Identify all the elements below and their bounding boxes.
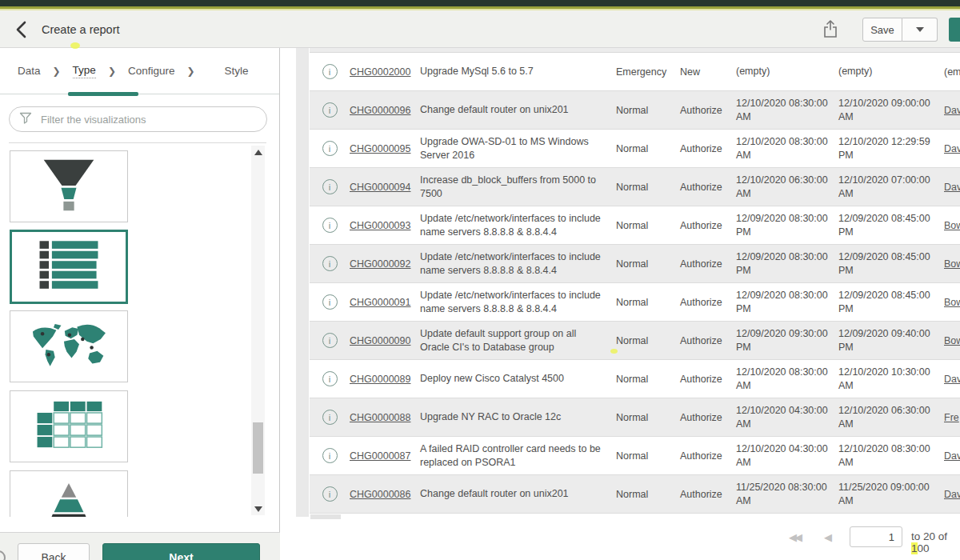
state-cell: Authorize xyxy=(680,374,736,385)
table-row: CHG0000095 Upgrade OWA-SD-01 to MS Windo… xyxy=(310,130,960,168)
priority-cell: Normal xyxy=(616,489,680,500)
assigned-to-link[interactable]: Bow xyxy=(944,335,960,346)
viz-thumb-map[interactable] xyxy=(10,310,128,382)
change-number-link[interactable]: CHG0000096 xyxy=(350,105,410,116)
planned-end-cell: 12/09/2020 08:45:00 PM xyxy=(838,212,944,238)
state-cell: Authorize xyxy=(680,143,736,154)
planned-end-cell: 11/25/2020 09:00:00 AM xyxy=(838,481,944,507)
viz-thumb-list[interactable] xyxy=(10,230,128,304)
priority-cell: Normal xyxy=(616,374,680,385)
tab-style[interactable]: Style xyxy=(225,65,249,77)
scroll-up-arrow-icon[interactable] xyxy=(251,146,265,158)
state-cell: Authorize xyxy=(680,335,736,346)
info-icon[interactable] xyxy=(322,486,338,502)
planned-start-cell: 12/09/2020 08:30:00 PM xyxy=(736,289,838,315)
change-number-link[interactable]: CHG0000090 xyxy=(350,335,410,346)
info-icon[interactable] xyxy=(322,256,338,271)
short-description-cell: Upgrade MySql 5.6 to 5.7 xyxy=(420,65,616,78)
planned-start-cell: 12/09/2020 08:30:00 PM xyxy=(736,212,838,238)
info-icon[interactable] xyxy=(322,448,338,463)
share-export-icon xyxy=(822,28,838,42)
change-number-link[interactable]: CHG0002000 xyxy=(350,66,410,78)
info-icon[interactable] xyxy=(322,218,338,233)
table-row: CHG0000089 Deploy new Cisco Catalyst 450… xyxy=(310,360,960,398)
state-cell: Authorize xyxy=(680,105,736,116)
priority-cell: Normal xyxy=(616,182,680,193)
info-icon[interactable] xyxy=(322,102,338,118)
state-cell: Authorize xyxy=(680,220,736,231)
info-icon[interactable] xyxy=(322,333,338,348)
breadcrumb: Data Type Configure Style xyxy=(0,48,279,94)
clipped-accent-button[interactable] xyxy=(949,18,960,42)
scrollbar-thumb[interactable] xyxy=(253,422,263,474)
assigned-to-link[interactable]: Dav xyxy=(944,374,960,385)
back-button[interactable] xyxy=(14,21,35,42)
table-row: CHG0000096 Change default router on unix… xyxy=(310,91,960,130)
assigned-to-link[interactable]: Dav xyxy=(944,450,960,462)
change-number-link[interactable]: CHG0000095 xyxy=(350,143,410,154)
previous-page-button[interactable] xyxy=(824,531,832,543)
range-prefix: to 20 of xyxy=(911,530,947,542)
planned-start-cell: 12/10/2020 08:30:00 AM xyxy=(736,366,838,392)
viz-thumb-heatmap[interactable] xyxy=(10,390,128,462)
scroll-down-arrow-icon[interactable] xyxy=(251,502,265,515)
info-icon[interactable] xyxy=(322,371,338,386)
planned-end-cell: 12/10/2020 09:00:00 AM xyxy=(838,97,944,123)
share-button[interactable] xyxy=(822,19,842,40)
next-step-button[interactable]: Next xyxy=(102,543,260,560)
viz-list-scrollbar[interactable] xyxy=(251,146,265,515)
assigned-to-link[interactable]: Dav xyxy=(944,105,960,116)
change-number-link[interactable]: CHG0000091 xyxy=(350,297,410,308)
priority-cell: Normal xyxy=(616,105,680,116)
info-icon[interactable] xyxy=(322,64,338,79)
table-row: CHG0000086 Change default router on unix… xyxy=(310,475,960,514)
priority-cell: Normal xyxy=(616,297,680,308)
header-bar: Create a report Save xyxy=(0,10,960,48)
save-button[interactable]: Save xyxy=(862,18,902,42)
planned-end-cell: (empty) xyxy=(838,65,944,78)
visualization-filter xyxy=(9,106,267,132)
short-description-cell: Update /etc/network/interfaces to includ… xyxy=(420,212,616,238)
tab-data[interactable]: Data xyxy=(18,65,41,77)
short-description-cell: Increase db_block_buffers from 5000 to 7… xyxy=(420,174,616,200)
table-row: CHG0000093 Update /etc/network/interface… xyxy=(310,206,960,245)
page-number-input[interactable] xyxy=(850,526,902,547)
assigned-to-link[interactable]: Bow xyxy=(944,258,960,270)
table-row: CHG0000094 Increase db_block_buffers fro… xyxy=(310,168,960,206)
change-number-link[interactable]: CHG0000088 xyxy=(350,412,410,423)
info-icon[interactable] xyxy=(322,294,338,310)
viz-thumb-pyramid[interactable] xyxy=(10,470,128,517)
assigned-to-link[interactable]: Fre xyxy=(944,412,959,423)
tab-type[interactable]: Type xyxy=(73,64,96,78)
tab-configure[interactable]: Configure xyxy=(128,65,175,77)
assigned-to-link[interactable]: Bow xyxy=(944,220,960,231)
priority-cell: Normal xyxy=(616,258,680,270)
viz-thumb-funnel[interactable] xyxy=(10,150,128,222)
first-page-button[interactable] xyxy=(789,531,800,543)
change-number-link[interactable]: CHG0000086 xyxy=(350,489,410,500)
funnel-filter-icon xyxy=(19,111,32,127)
info-icon[interactable] xyxy=(322,141,338,156)
change-number-link[interactable]: CHG0000092 xyxy=(350,258,410,270)
assigned-to-link[interactable]: Bow xyxy=(944,297,960,308)
funnel-chart-icon xyxy=(30,155,107,218)
list-chart-icon xyxy=(30,239,107,295)
active-tab-indicator xyxy=(68,92,138,96)
state-cell: New xyxy=(680,66,736,78)
back-step-button[interactable]: Back xyxy=(18,543,90,560)
change-number-link[interactable]: CHG0000089 xyxy=(350,374,410,385)
info-icon[interactable] xyxy=(322,410,338,425)
change-number-link[interactable]: CHG0000094 xyxy=(350,182,410,193)
world-map-icon xyxy=(27,320,110,373)
info-icon[interactable] xyxy=(322,179,338,194)
chevron-left-icon xyxy=(14,27,27,41)
save-dropdown-button[interactable] xyxy=(902,18,938,42)
planned-end-cell: 12/09/2020 08:45:00 PM xyxy=(838,250,944,277)
assigned-to-link[interactable]: Dav xyxy=(944,489,960,500)
planned-start-cell: 11/25/2020 08:30:00 AM xyxy=(736,481,838,507)
filter-input[interactable] xyxy=(39,113,257,126)
change-number-link[interactable]: CHG0000087 xyxy=(350,450,410,462)
assigned-to-link[interactable]: Dav xyxy=(944,143,960,154)
change-number-link[interactable]: CHG0000093 xyxy=(350,220,410,231)
assigned-to-link[interactable]: Dav xyxy=(944,182,960,193)
